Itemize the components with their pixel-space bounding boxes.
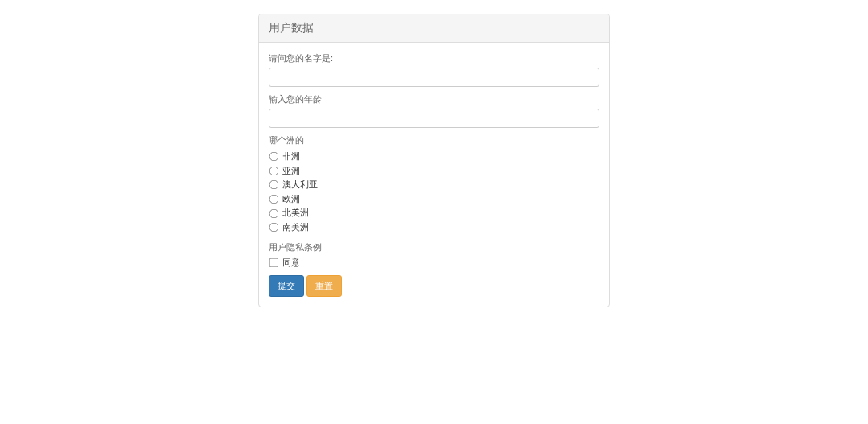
radio-line-asia: 亚洲	[269, 164, 599, 179]
name-input[interactable]	[269, 68, 599, 87]
radio-africa-label: 非洲	[282, 150, 300, 164]
privacy-label: 用户隐私条例	[269, 241, 599, 253]
name-group: 请问您的名字是:	[269, 52, 599, 87]
agree-checkbox[interactable]	[269, 257, 279, 267]
radio-line-europe: 欧洲	[269, 192, 599, 207]
radio-line-south-america: 南美洲	[269, 220, 599, 235]
radio-line-north-america: 北美洲	[269, 206, 599, 220]
name-label: 请问您的名字是:	[269, 52, 599, 64]
age-group: 输入您的年龄	[269, 93, 599, 128]
radio-europe-label: 欧洲	[282, 192, 300, 207]
agree-label: 同意	[282, 257, 300, 269]
age-label: 输入您的年龄	[269, 93, 599, 105]
radio-line-africa: 非洲	[269, 150, 599, 164]
radio-asia[interactable]	[269, 167, 279, 176]
radio-north-america[interactable]	[269, 208, 279, 218]
radio-africa[interactable]	[269, 152, 279, 162]
agree-line: 同意	[269, 257, 599, 269]
radio-australia-label: 澳大利亚	[282, 178, 318, 192]
reset-button[interactable]: 重置	[306, 275, 342, 297]
radio-europe[interactable]	[269, 195, 279, 204]
radio-south-america[interactable]	[269, 223, 279, 233]
radio-australia[interactable]	[269, 180, 279, 190]
radio-line-australia: 澳大利亚	[269, 178, 599, 192]
submit-button[interactable]: 提交	[269, 275, 304, 297]
continent-group: 哪个洲的 非洲 亚洲 澳大利亚 欧洲 北美洲	[269, 134, 599, 235]
radio-south-america-label: 南美洲	[282, 220, 309, 235]
panel-body: 请问您的名字是: 输入您的年龄 哪个洲的 非洲 亚洲 澳大利亚 欧洲	[259, 43, 609, 307]
form-panel: 用户数据 请问您的名字是: 输入您的年龄 哪个洲的 非洲 亚洲 澳大利亚	[258, 14, 610, 307]
panel-title: 用户数据	[259, 14, 609, 43]
age-input[interactable]	[269, 109, 599, 128]
radio-asia-label[interactable]: 亚洲	[282, 164, 300, 179]
continent-label: 哪个洲的	[269, 134, 599, 146]
button-row: 提交 重置	[269, 275, 599, 297]
radio-north-america-label: 北美洲	[282, 206, 309, 220]
